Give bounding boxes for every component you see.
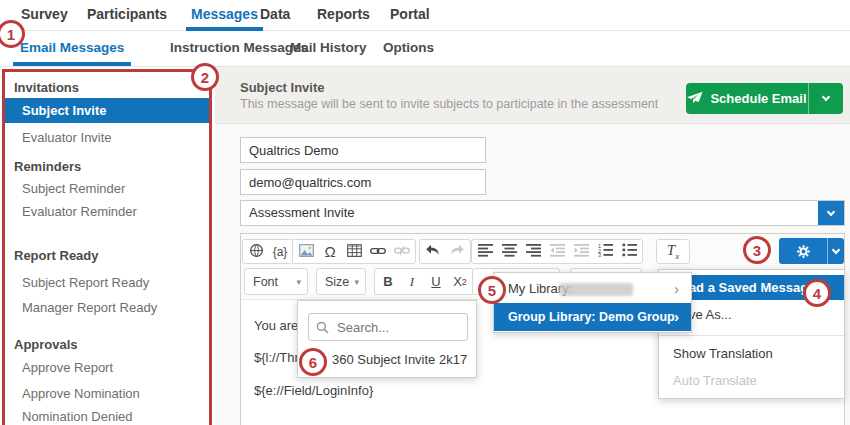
- bullet-list-button[interactable]: [617, 240, 641, 263]
- ordered-list-button[interactable]: 123: [593, 240, 617, 263]
- group-library-label: Group Library: Demo Group: [508, 310, 675, 324]
- align-left-button[interactable]: [473, 240, 497, 263]
- chevron-down-icon: [822, 93, 830, 101]
- insert-image-button[interactable]: [294, 240, 318, 263]
- sidebar-item-subject-reminder[interactable]: Subject Reminder: [22, 181, 125, 197]
- sidebar-item-subject-invite[interactable]: Subject Invite: [5, 98, 211, 123]
- special-char-icon[interactable]: Ω: [318, 240, 342, 263]
- unlink-icon: [394, 244, 410, 259]
- send-icon: [687, 91, 703, 107]
- remove-format-button[interactable]: Tx: [658, 240, 688, 263]
- unlink-button[interactable]: [390, 240, 414, 263]
- subject-select-button[interactable]: [818, 201, 844, 225]
- sidebar-item-approve-report[interactable]: Approve Report: [22, 360, 113, 376]
- redacted-library-name: [559, 283, 633, 296]
- chevron-down-icon: [827, 207, 835, 215]
- italic-button[interactable]: I: [400, 270, 424, 293]
- table-icon: [347, 244, 362, 260]
- indent-icon: [574, 244, 589, 260]
- sidebar-header-report-ready: Report Ready: [14, 248, 99, 264]
- link-icon: [370, 244, 386, 259]
- align-right-icon: [526, 244, 541, 260]
- bullet-list-icon: [622, 243, 637, 260]
- search-icon: [316, 321, 329, 337]
- caret-down-icon: ▾: [296, 277, 301, 287]
- undo-button[interactable]: [421, 240, 445, 263]
- sidebar-item-label: Subject Invite: [22, 103, 107, 118]
- piped-text-globe-button[interactable]: [244, 240, 268, 263]
- font-dropdown[interactable]: Font▾: [244, 268, 308, 295]
- sidebar-header-invitations: Invitations: [14, 80, 79, 96]
- chevron-down-icon: [832, 245, 840, 253]
- undo-icon: [425, 244, 441, 259]
- sidebar-item-nomination-denied[interactable]: Nomination Denied: [22, 409, 133, 425]
- sidebar-header-approvals: Approvals: [14, 337, 78, 353]
- font-dropdown-label: Font: [253, 275, 278, 289]
- tab-survey[interactable]: Survey: [16, 0, 73, 31]
- align-right-button[interactable]: [521, 240, 545, 263]
- page-title: Subject Invite: [240, 80, 325, 95]
- saved-messages-dropdown: 360 Subject Invite 2k17: [297, 300, 477, 378]
- editor-body-line: ${e://Field/LoginInfo}: [254, 383, 373, 399]
- sidebar-item-evaluator-reminder[interactable]: Evaluator Reminder: [22, 204, 137, 220]
- schedule-email-label: Schedule Email: [710, 91, 806, 106]
- outdent-icon: [550, 244, 565, 260]
- menu-item-auto-translate: Auto Translate: [659, 368, 844, 393]
- ordered-list-icon: 123: [598, 243, 613, 260]
- schedule-email-dropdown[interactable]: [809, 97, 843, 100]
- saved-message-search-input[interactable]: [308, 313, 468, 341]
- sidebar-item-evaluator-invite[interactable]: Evaluator Invite: [22, 130, 112, 146]
- piped-text-icon[interactable]: {a}: [268, 240, 292, 263]
- caret-down-icon: ▾: [354, 277, 359, 287]
- subtab-mail-history[interactable]: Mail History: [283, 31, 374, 66]
- outdent-button[interactable]: [545, 240, 569, 263]
- tab-data[interactable]: Data: [255, 0, 295, 31]
- globe-icon: [249, 243, 264, 261]
- editor-options-button[interactable]: [779, 238, 844, 264]
- align-left-icon: [478, 244, 493, 260]
- chevron-right-icon: ›: [674, 275, 679, 303]
- sidebar-header-reminders: Reminders: [14, 159, 81, 175]
- tab-portal[interactable]: Portal: [385, 0, 435, 31]
- gear-icon: [779, 244, 827, 259]
- link-button[interactable]: [366, 240, 390, 263]
- indent-button[interactable]: [569, 240, 593, 263]
- size-dropdown[interactable]: Size▾: [316, 268, 366, 295]
- align-center-button[interactable]: [497, 240, 521, 263]
- schedule-email-button[interactable]: Schedule Email: [686, 83, 843, 114]
- insert-table-button[interactable]: [342, 240, 366, 263]
- redo-button[interactable]: [445, 240, 469, 263]
- subscript-button[interactable]: X2: [448, 270, 472, 293]
- sidebar-item-approve-nomination[interactable]: Approve Nomination: [22, 386, 140, 402]
- align-center-icon: [502, 244, 517, 260]
- remove-format-icon: Tx: [667, 242, 679, 261]
- page-description: This message will be sent to invite subj…: [240, 97, 658, 111]
- tab-participants[interactable]: Participants: [82, 0, 172, 31]
- editor-options-caret[interactable]: [828, 250, 844, 253]
- image-icon: [299, 244, 314, 260]
- bold-button[interactable]: B: [376, 270, 400, 293]
- submenu-item-group-library[interactable]: Group Library: Demo Group ›: [494, 303, 691, 331]
- from-name-field[interactable]: [240, 137, 486, 163]
- subject-select[interactable]: Assessment Invite: [240, 200, 845, 226]
- reply-to-email-field[interactable]: [240, 169, 486, 195]
- subtab-options[interactable]: Options: [376, 31, 441, 66]
- library-submenu: My Library: › Group Library: Demo Group …: [493, 272, 692, 333]
- saved-message-item[interactable]: 360 Subject Invite 2k17: [332, 349, 467, 371]
- menu-item-show-translation[interactable]: Show Translation: [659, 341, 844, 366]
- subtab-email-messages[interactable]: Email Messages: [13, 31, 131, 66]
- tab-messages[interactable]: Messages: [186, 0, 263, 31]
- svg-text:3: 3: [598, 252, 601, 257]
- redo-icon: [449, 244, 465, 259]
- chevron-right-icon: ›: [674, 303, 679, 331]
- sidebar-item-manager-report-ready[interactable]: Manager Report Ready: [22, 300, 157, 316]
- sidebar-item-subject-report-ready[interactable]: Subject Report Ready: [22, 275, 149, 291]
- submenu-item-my-library[interactable]: My Library: ›: [494, 275, 691, 303]
- underline-button[interactable]: U: [424, 270, 448, 293]
- menu-separator: [659, 335, 844, 336]
- size-dropdown-label: Size: [325, 275, 349, 289]
- tab-reports[interactable]: Reports: [312, 0, 375, 31]
- subject-select-value: Assessment Invite: [249, 205, 355, 220]
